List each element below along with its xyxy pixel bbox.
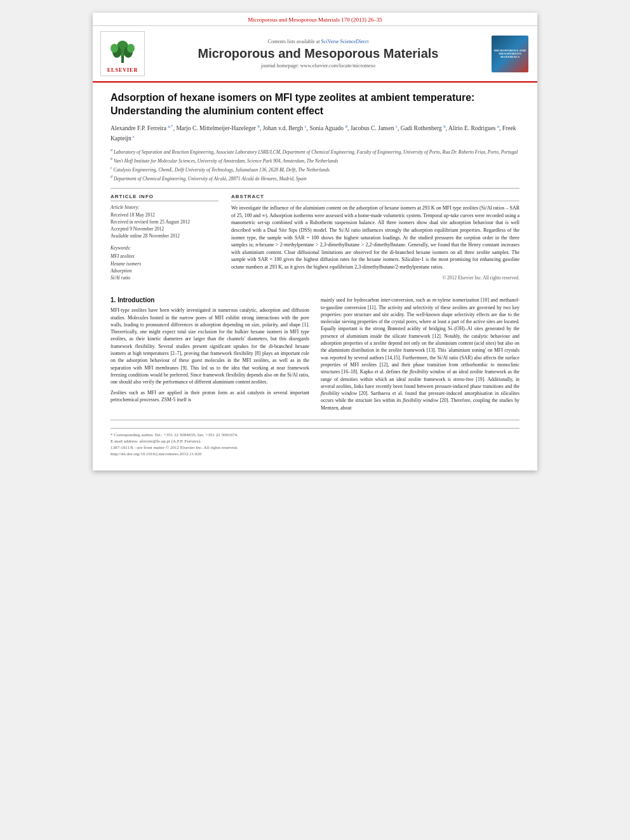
body-content: 1. Introduction MFI-type zeolites have b… <box>111 297 519 415</box>
footer-email: E-mail address: aferreir@fe.up.pt (A.F.P… <box>111 439 519 444</box>
abstract-paragraph: We investigate the influence of the alum… <box>231 204 519 270</box>
journal-citation: Microporous and Mesoporous Materials 170… <box>248 17 382 23</box>
right-col: Abstract We investigate the influence of… <box>231 194 519 288</box>
section-1-title: 1. Introduction <box>111 297 309 303</box>
elsevier-tree-icon <box>107 34 138 66</box>
main-content: Adsorption of hexane isomers on MFI type… <box>93 83 537 470</box>
divider-1 <box>111 188 519 189</box>
intro-paragraph-right: mainly used for hydrocarbon inter-conver… <box>321 297 519 411</box>
journal-logo-icon: MICROPOROUS AND MESOPOROUS MATERIALS <box>492 36 528 72</box>
author-ferreira: Alexandre F.P. Ferreira a,*, Marjo C. Mi… <box>111 125 516 142</box>
keywords-section: Keywords: MFI zeolitesHexane isomersAdso… <box>111 245 218 281</box>
affiliation-c: c Catalysis Engineering, ChemE, Delft Un… <box>111 165 519 173</box>
article-info-heading: Article Info <box>111 194 218 201</box>
sciverse-line: Contents lists available at SciVerse Sci… <box>152 39 484 44</box>
left-col: Article Info Article history: Received 1… <box>111 194 218 288</box>
page: Microporous and Mesoporous Materials 170… <box>93 13 537 470</box>
keywords-label: Keywords: <box>111 245 218 251</box>
banner-center: Contents lists available at SciVerse Sci… <box>152 39 484 69</box>
elsevier-logo-inner: ELSEVIER <box>100 31 145 76</box>
journal-title: Microporous and Mesoporous Materials <box>152 46 484 61</box>
body-left: 1. Introduction MFI-type zeolites have b… <box>111 297 309 415</box>
keywords-list: MFI zeolitesHexane isomersAdsorptionSi/A… <box>111 253 218 281</box>
footer-issn: 1387-1811/$ - see front matter © 2012 El… <box>111 445 519 450</box>
abstract-text: We investigate the influence of the alum… <box>231 204 519 270</box>
article-title: Adsorption of hexane isomers on MFI type… <box>111 91 519 118</box>
abstract-heading: Abstract <box>231 194 519 201</box>
copyright-line: © 2012 Elsevier Inc. All rights reserved… <box>231 275 519 281</box>
homepage-url[interactable]: www.elsevier.com/locate/micromeso <box>300 63 375 69</box>
page-footer: * Corresponding author. Tel.: +351 22 50… <box>111 428 519 457</box>
elsevier-label: ELSEVIER <box>104 67 142 73</box>
affiliation-d: d Department of Chemical Engineering, Un… <box>111 174 519 182</box>
sciverse-link[interactable]: SciVerse ScienceDirect <box>321 39 369 44</box>
svg-point-4 <box>111 44 118 53</box>
banner-logo-right: MICROPOROUS AND MESOPOROUS MATERIALS <box>492 36 530 72</box>
article-info-section: Article Info Article history: Received 1… <box>111 194 218 239</box>
footer-doi[interactable]: http://dx.doi.org/10.1016/j.micromeso.20… <box>111 451 519 457</box>
section-1-text: MFI-type zeolites have been widely inves… <box>111 307 309 403</box>
journal-homepage: journal homepage: www.elsevier.com/locat… <box>152 63 484 69</box>
accepted-date: Accepted 9 November 2012 <box>111 226 218 232</box>
svg-point-5 <box>127 44 135 53</box>
article-info-abstract: Article Info Article history: Received 1… <box>111 194 519 288</box>
affiliations: a Laboratory of Separation and Reaction … <box>111 147 519 182</box>
section-1-right-text: mainly used for hydrocarbon inter-conver… <box>321 297 519 411</box>
intro-paragraph-2: Zeolites such as MFI are applied in thei… <box>111 389 309 404</box>
received-revised-date: Received in revised form 25 August 2012 <box>111 219 218 225</box>
history-label: Article history: <box>111 204 218 210</box>
available-date: Available online 28 November 2012 <box>111 233 218 239</box>
banner: ELSEVIER Contents lists available at Sci… <box>93 26 537 83</box>
body-right: mainly used for hydrocarbon inter-conver… <box>321 297 519 415</box>
authors: Alexandre F.P. Ferreira a,*, Marjo C. Mi… <box>111 123 519 144</box>
footer-corresponding: * Corresponding author. Tel.: +351 22 50… <box>111 432 519 437</box>
elsevier-logo: ELSEVIER <box>100 31 145 76</box>
journal-header: Microporous and Mesoporous Materials 170… <box>93 13 537 26</box>
affiliation-b: b Van't Hoff Institute for Molecular Sci… <box>111 156 519 164</box>
received-date: Received 18 May 2012 <box>111 212 218 218</box>
intro-paragraph-1: MFI-type zeolites have been widely inves… <box>111 307 309 385</box>
journal-logo-text: MICROPOROUS AND MESOPOROUS MATERIALS <box>492 47 528 60</box>
divider-footer <box>111 420 519 420</box>
affiliation-a: a Laboratory of Separation and Reaction … <box>111 147 519 156</box>
